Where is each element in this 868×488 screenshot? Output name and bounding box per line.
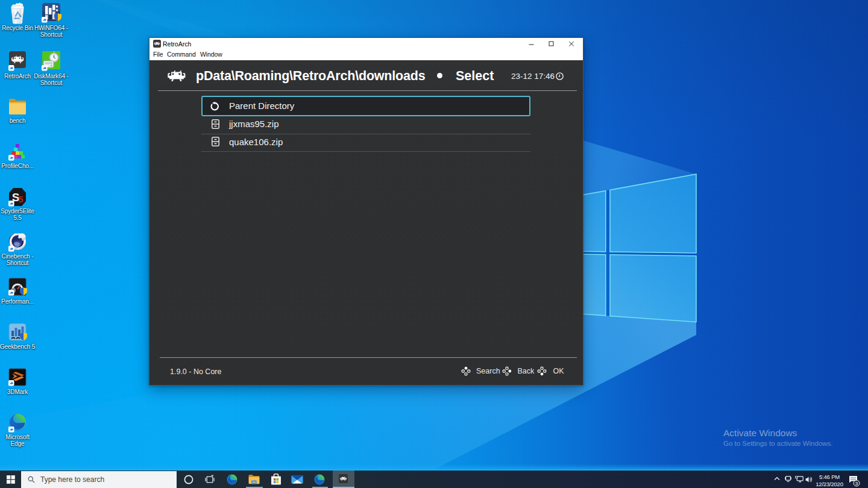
svg-text:Go to Settings to activate Win: Go to Settings to activate Windows. — [723, 440, 833, 447]
svg-text:Activate Windows: Activate Windows — [723, 428, 797, 438]
svg-text:5: 5 — [18, 194, 23, 204]
svg-text:3: 3 — [855, 481, 858, 486]
